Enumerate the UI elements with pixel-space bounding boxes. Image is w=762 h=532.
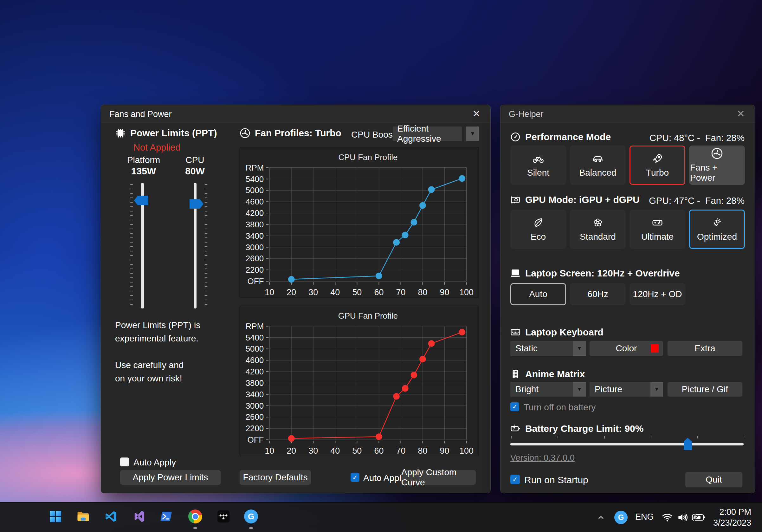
factory-defaults-button[interactable]: Factory Defaults: [240, 470, 311, 485]
svg-text:60: 60: [374, 446, 384, 456]
screen-option-auto-selected[interactable]: Auto: [510, 283, 566, 305]
cpu-slider-ticks: [205, 184, 207, 309]
svg-text:5000: 5000: [246, 344, 264, 353]
quit-button[interactable]: Quit: [685, 472, 742, 487]
svg-text:100: 100: [459, 287, 474, 297]
screen-option-60hz[interactable]: 60Hz: [570, 283, 626, 305]
svg-text:100: 100: [459, 446, 474, 456]
svg-text:3400: 3400: [246, 231, 264, 240]
ghelper-titlebar[interactable]: G-Helper ✕: [500, 105, 755, 123]
run-on-startup-checkbox[interactable]: ✓: [510, 475, 520, 484]
g-helper-running-indicator: [249, 527, 253, 529]
close-icon[interactable]: ✕: [734, 108, 748, 120]
chrome-running-indicator: [193, 527, 197, 529]
matrix-brightness-value: Bright: [510, 382, 573, 397]
svg-text:20: 20: [286, 287, 296, 297]
tray-battery-button[interactable]: [692, 512, 706, 523]
close-icon[interactable]: ✕: [469, 108, 483, 120]
rocket-icon: [651, 153, 663, 165]
g-helper-tray-icon: G: [614, 511, 628, 524]
cpu-boost-dropdown[interactable]: Efficient Aggressive: [393, 126, 462, 141]
vscode-icon: [104, 510, 117, 523]
svg-text:10: 10: [265, 446, 274, 456]
gpu-mode-ultimate[interactable]: Ultimate: [630, 209, 685, 249]
chrome-icon: [188, 509, 202, 523]
svg-text:5400: 5400: [246, 333, 264, 342]
svg-text:2600: 2600: [246, 413, 264, 421]
gpu-card-icon: [510, 194, 521, 205]
screen-option-label: 60Hz: [587, 289, 608, 299]
svg-text:OFF: OFF: [248, 277, 264, 286]
gpu-fan-profile-chart[interactable]: GPU Fan ProfileRPM5400500046004200380034…: [240, 306, 479, 456]
matrix-battery-label: Turn off on battery: [524, 402, 596, 413]
speaker-icon: [676, 511, 688, 523]
screen-option-label: 120Hz + OD: [633, 289, 682, 299]
keyboard-mode-value: Static: [510, 341, 573, 356]
powershell-icon: [159, 510, 173, 523]
gpu-mode-label: Eco: [531, 232, 546, 242]
svg-text:GPU Fan Profile: GPU Fan Profile: [338, 311, 398, 320]
keyboard-extra-button[interactable]: Extra: [667, 341, 742, 356]
version-link[interactable]: Version: 0.37.0.0: [510, 453, 575, 463]
svg-text:5400: 5400: [246, 175, 264, 184]
battery-slider-thumb[interactable]: [684, 438, 692, 450]
tray-language-button[interactable]: ENG: [635, 512, 654, 522]
file-explorer-button[interactable]: [74, 507, 92, 525]
tray-chevron-up-button[interactable]: [595, 511, 607, 524]
svg-text:3800: 3800: [246, 220, 264, 229]
battery-slider[interactable]: [510, 443, 744, 445]
svg-text:4200: 4200: [246, 367, 264, 376]
note-line: experimental feature.: [115, 332, 200, 345]
power-limits-title: Power Limits (PPT): [130, 128, 217, 138]
g-helper-taskbar-button[interactable]: G: [242, 507, 260, 525]
matrix-brightness-dropdown[interactable]: Bright ▼: [510, 382, 586, 397]
battery-charging-icon: [692, 512, 706, 523]
cpu-boost-dropdown-arrow-icon[interactable]: ▼: [466, 126, 479, 141]
vscode-button[interactable]: [102, 507, 120, 525]
tray-volume-button[interactable]: [676, 511, 688, 523]
windows-logo-icon: [48, 509, 62, 523]
gpu-mode-standard[interactable]: Standard: [570, 209, 626, 249]
screen-option-120hz-od[interactable]: 120Hz + OD: [630, 283, 685, 305]
chevron-down-icon[interactable]: ▼: [650, 382, 663, 397]
chrome-button[interactable]: [187, 507, 204, 525]
taskbar: G G ENG: [0, 502, 762, 532]
perf-mode-balanced[interactable]: Balanced: [570, 145, 626, 185]
keyboard-mode-dropdown[interactable]: Static ▼: [510, 341, 586, 356]
power-auto-apply-checkbox[interactable]: ✓: [120, 458, 129, 466]
gpu-mode-label: Optimized: [697, 232, 737, 242]
apply-power-limits-button[interactable]: Apply Power Limits: [120, 470, 221, 485]
matrix-picture-gif-button[interactable]: Picture / Gif: [667, 382, 742, 397]
tray-g-helper-button[interactable]: G: [614, 511, 628, 524]
matrix-battery-checkbox[interactable]: ✓: [510, 402, 519, 411]
chevron-down-icon[interactable]: ▼: [573, 382, 586, 397]
cpu-slider-thumb[interactable]: [190, 199, 203, 209]
tidal-button[interactable]: [215, 507, 232, 525]
keyboard-icon: [510, 327, 521, 338]
fans-window-titlebar[interactable]: Fans and Power ✕: [101, 105, 491, 123]
perf-mode-fans-power[interactable]: Fans + Power: [689, 145, 745, 185]
fans-window-title: Fans and Power: [110, 110, 172, 119]
gpu-mode-eco[interactable]: Eco: [510, 209, 566, 249]
tray-wifi-button[interactable]: [661, 511, 673, 523]
perf-mode-label: Fans + Power: [690, 163, 744, 183]
start-button[interactable]: [46, 507, 64, 525]
gpu-mode-optimized-selected[interactable]: Optimized: [689, 209, 745, 249]
powershell-button[interactable]: [157, 507, 175, 525]
fan-icon: [240, 128, 251, 138]
svg-text:CPU Fan Profile: CPU Fan Profile: [338, 153, 398, 162]
cpu-fan-profile-chart[interactable]: CPU Fan ProfileRPM5400500046004200380034…: [240, 147, 479, 298]
perf-mode-silent[interactable]: Silent: [510, 145, 566, 185]
tray-clock[interactable]: 2:00 PM 3/23/2023: [713, 507, 751, 528]
curve-auto-apply-label: Auto Apply: [363, 473, 406, 483]
matrix-mode-dropdown[interactable]: Picture ▼: [589, 382, 663, 397]
perf-mode-turbo-selected[interactable]: Turbo: [630, 145, 685, 185]
chevron-down-icon[interactable]: ▼: [573, 341, 586, 356]
visual-studio-button[interactable]: [130, 507, 148, 525]
curve-auto-apply-checkbox[interactable]: ✓: [350, 473, 359, 482]
anime-matrix-header: Anime Matrix: [510, 369, 585, 379]
apply-custom-curve-button[interactable]: Apply Custom Curve: [401, 470, 476, 485]
keyboard-color-button[interactable]: Color: [589, 341, 663, 356]
platform-slider-thumb[interactable]: [134, 195, 148, 205]
g-helper-window: G-Helper ✕ Performance Mode CPU: 48°C - …: [500, 105, 755, 493]
